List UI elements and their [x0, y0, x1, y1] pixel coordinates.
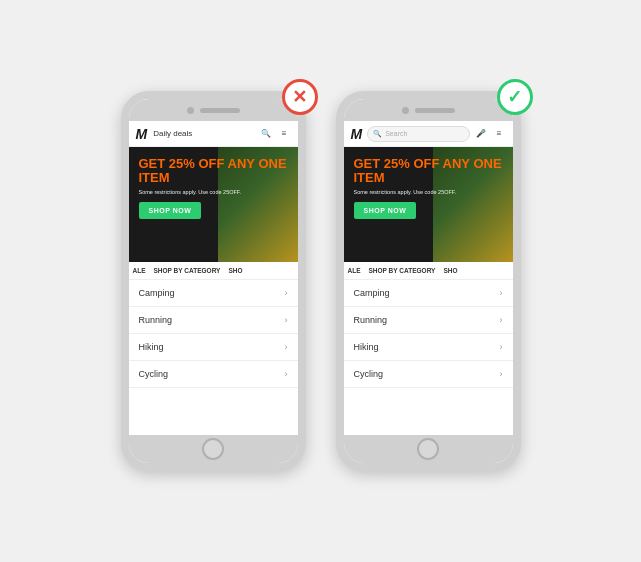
bad-list-item-running[interactable]: Running › — [129, 307, 298, 334]
bad-list-item-hiking[interactable]: Hiking › — [129, 334, 298, 361]
search-placeholder: Search — [385, 130, 407, 137]
good-cycling-chevron: › — [500, 369, 503, 379]
good-hiking-label: Hiking — [354, 342, 379, 352]
phone-notch-left — [129, 99, 298, 121]
speaker-icon-right — [415, 108, 455, 113]
good-example-wrapper: ✓ M 🔍 Search 🎤 ≡ — [336, 91, 521, 471]
bad-phone: M Daily deals 🔍 ≡ GET 25% OFF ANY ONE IT… — [121, 91, 306, 471]
bad-cat-main[interactable]: SHOP BY CATEGORY — [150, 262, 225, 279]
bad-banner: GET 25% OFF ANY ONE ITEM Some restrictio… — [129, 147, 298, 262]
good-phone-bottom — [344, 435, 513, 463]
speaker-icon — [200, 108, 240, 113]
good-phone: M 🔍 Search 🎤 ≡ GET 25% OFF ANY ONE ITEM … — [336, 91, 521, 471]
bad-nav-text: Daily deals — [153, 129, 259, 138]
bad-header-icons: 🔍 ≡ — [260, 127, 291, 140]
good-camping-chevron: › — [500, 288, 503, 298]
bad-list-item-camping[interactable]: Camping › — [129, 280, 298, 307]
good-shop-now-button[interactable]: SHOP NOW — [354, 202, 417, 219]
bad-category-bar: ALE SHOP BY CATEGORY SHO — [129, 262, 298, 280]
comparison-container: ✕ M Daily deals 🔍 ≡ — [101, 71, 541, 491]
bad-search-icon[interactable]: 🔍 — [260, 127, 273, 140]
good-app-header: M 🔍 Search 🎤 ≡ — [344, 121, 513, 147]
bad-cat-sale[interactable]: ALE — [129, 262, 150, 279]
check-icon: ✓ — [507, 86, 522, 108]
bad-list-item-cycling[interactable]: Cycling › — [129, 361, 298, 388]
good-hiking-chevron: › — [500, 342, 503, 352]
x-icon: ✕ — [292, 86, 307, 108]
good-list-item-hiking[interactable]: Hiking › — [344, 334, 513, 361]
bad-app-logo: M — [136, 126, 148, 142]
bad-cycling-chevron: › — [285, 369, 288, 379]
good-menu-icon[interactable]: ≡ — [493, 127, 506, 140]
camera-icon-right — [402, 107, 409, 114]
good-search-bar[interactable]: 🔍 Search — [367, 126, 469, 142]
good-running-label: Running — [354, 315, 388, 325]
camera-icon — [187, 107, 194, 114]
bad-phone-bottom — [129, 435, 298, 463]
bad-phone-screen: M Daily deals 🔍 ≡ GET 25% OFF ANY ONE IT… — [129, 121, 298, 435]
good-home-button[interactable] — [417, 438, 439, 460]
bad-banner-title: GET 25% OFF ANY ONE ITEM — [139, 157, 288, 186]
good-banner: GET 25% OFF ANY ONE ITEM Some restrictio… — [344, 147, 513, 262]
bad-cycling-label: Cycling — [139, 369, 169, 379]
good-list-item-camping[interactable]: Camping › — [344, 280, 513, 307]
good-camping-label: Camping — [354, 288, 390, 298]
good-running-chevron: › — [500, 315, 503, 325]
search-icon-small: 🔍 — [373, 130, 382, 138]
bad-hiking-label: Hiking — [139, 342, 164, 352]
good-banner-sub: Some restrictions apply. Use code 25OFF. — [354, 189, 503, 197]
bad-camping-label: Camping — [139, 288, 175, 298]
good-app-logo: M — [351, 126, 363, 142]
bad-example-wrapper: ✕ M Daily deals 🔍 ≡ — [121, 91, 306, 471]
bad-hiking-chevron: › — [285, 342, 288, 352]
bad-banner-sub: Some restrictions apply. Use code 25OFF. — [139, 189, 288, 197]
bad-app-header: M Daily deals 🔍 ≡ — [129, 121, 298, 147]
good-list-item-cycling[interactable]: Cycling › — [344, 361, 513, 388]
bad-running-label: Running — [139, 315, 173, 325]
good-header-icons: 🎤 ≡ — [475, 127, 506, 140]
good-phone-screen: M 🔍 Search 🎤 ≡ GET 25% OFF ANY ONE ITEM … — [344, 121, 513, 435]
good-cat-sale[interactable]: ALE — [344, 262, 365, 279]
good-banner-title: GET 25% OFF ANY ONE ITEM — [354, 157, 503, 186]
bad-badge: ✕ — [282, 79, 318, 115]
good-mic-icon[interactable]: 🎤 — [475, 127, 488, 140]
phone-notch-right — [344, 99, 513, 121]
bad-home-button[interactable] — [202, 438, 224, 460]
good-cat-main[interactable]: SHOP BY CATEGORY — [365, 262, 440, 279]
good-list-item-running[interactable]: Running › — [344, 307, 513, 334]
bad-running-chevron: › — [285, 315, 288, 325]
bad-cat-sho[interactable]: SHO — [224, 262, 246, 279]
bad-shop-now-button[interactable]: SHOP NOW — [139, 202, 202, 219]
good-cat-sho[interactable]: SHO — [439, 262, 461, 279]
good-badge: ✓ — [497, 79, 533, 115]
bad-menu-icon[interactable]: ≡ — [278, 127, 291, 140]
good-category-bar: ALE SHOP BY CATEGORY SHO — [344, 262, 513, 280]
bad-camping-chevron: › — [285, 288, 288, 298]
good-cycling-label: Cycling — [354, 369, 384, 379]
